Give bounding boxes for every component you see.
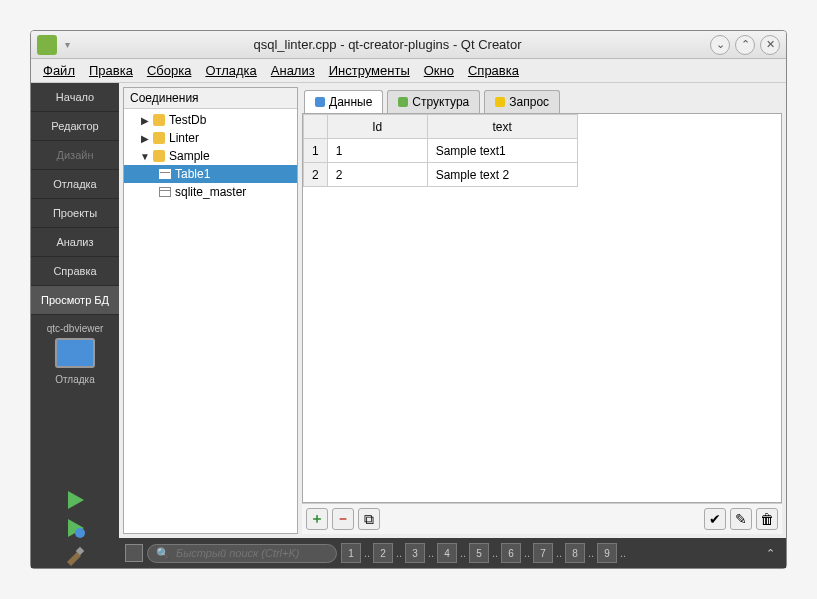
close-button[interactable]: ✕	[760, 35, 780, 55]
menu-debug[interactable]: Отладка	[199, 61, 262, 80]
pane-2[interactable]: 2	[373, 543, 393, 563]
table-row[interactable]: 1 1 Sample text1	[304, 139, 578, 163]
query-icon	[495, 97, 505, 107]
tree-table-table1[interactable]: Table1	[124, 165, 297, 183]
mode-analyze[interactable]: Анализ	[31, 228, 119, 257]
bottom-bar: 🔍 1.. 2.. 3.. 4.. 5.. 6.. 7.. 8.. 9.. ⌃	[119, 538, 786, 568]
add-row-button[interactable]: ＋	[306, 508, 328, 530]
tree-label: sqlite_master	[175, 185, 246, 199]
tree-db-testdb[interactable]: ▶ TestDb	[124, 111, 297, 129]
main-area: Соединения ▶ TestDb ▶ Linter	[119, 83, 786, 568]
mode-projects[interactable]: Проекты	[31, 199, 119, 228]
build-button[interactable]	[63, 544, 87, 568]
column-header-id[interactable]: Id	[327, 115, 427, 139]
qt-logo-icon	[37, 35, 57, 55]
kit-label: qtc-dbviewer	[47, 323, 104, 334]
menu-edit[interactable]: Правка	[83, 61, 139, 80]
toggle-sidebar-button[interactable]	[125, 544, 143, 562]
data-tabs: Данные Структура Запрос	[302, 87, 782, 113]
maximize-button[interactable]: ⌃	[735, 35, 755, 55]
pane-3[interactable]: 3	[405, 543, 425, 563]
cell-id[interactable]: 2	[327, 163, 427, 187]
mode-editor[interactable]: Редактор	[31, 112, 119, 141]
expand-icon[interactable]: ▶	[138, 133, 152, 144]
data-table: Id text 1 1 Sample text1 2 2	[303, 114, 578, 187]
data-toolbar: ＋ － ⧉ ✔ ✎ 🗑	[302, 503, 782, 534]
tree-label: Table1	[175, 167, 210, 181]
tab-structure[interactable]: Структура	[387, 90, 480, 113]
menu-file[interactable]: Файл	[37, 61, 81, 80]
mode-sidebar: Начало Редактор Дизайн Отладка Проекты А…	[31, 83, 119, 568]
mode-help[interactable]: Справка	[31, 257, 119, 286]
svg-marker-0	[68, 491, 84, 509]
titlebar: ▾ qsql_linter.cpp - qt-creator-plugins -…	[31, 31, 786, 59]
expand-output-button[interactable]: ⌃	[760, 543, 780, 563]
pane-7[interactable]: 7	[533, 543, 553, 563]
menu-help[interactable]: Справка	[462, 61, 525, 80]
output-pane-pager: 1.. 2.. 3.. 4.. 5.. 6.. 7.. 8.. 9..	[341, 543, 629, 563]
database-icon	[153, 132, 165, 144]
refresh-button[interactable]: 🗑	[756, 508, 778, 530]
window-title: qsql_linter.cpp - qt-creator-plugins - Q…	[70, 37, 705, 52]
run-debug-button[interactable]	[63, 516, 87, 540]
kit-section: qtc-dbviewer Отладка	[31, 321, 119, 385]
tree-label: Sample	[169, 149, 210, 163]
run-button[interactable]	[63, 488, 87, 512]
pane-5[interactable]: 5	[469, 543, 489, 563]
cell-text[interactable]: Sample text 2	[427, 163, 577, 187]
table-icon	[159, 169, 171, 179]
menu-tools[interactable]: Инструменты	[323, 61, 416, 80]
kit-debug-label: Отладка	[55, 374, 95, 385]
mode-dbview[interactable]: Просмотр БД	[31, 286, 119, 315]
menu-analyze[interactable]: Анализ	[265, 61, 321, 80]
pane-8[interactable]: 8	[565, 543, 585, 563]
table-corner	[304, 115, 328, 139]
tree-db-sample[interactable]: ▼ Sample	[124, 147, 297, 165]
revert-button[interactable]: ✎	[730, 508, 752, 530]
mode-welcome[interactable]: Начало	[31, 83, 119, 112]
mode-design: Дизайн	[31, 141, 119, 170]
pane-1[interactable]: 1	[341, 543, 361, 563]
tab-query[interactable]: Запрос	[484, 90, 560, 113]
copy-button[interactable]: ⧉	[358, 508, 380, 530]
data-icon	[315, 97, 325, 107]
structure-icon	[398, 97, 408, 107]
svg-point-2	[75, 528, 85, 538]
collapse-icon[interactable]: ▼	[138, 151, 152, 162]
monitor-icon[interactable]	[55, 338, 95, 368]
quick-search[interactable]: 🔍	[147, 544, 337, 563]
search-input[interactable]	[176, 547, 328, 559]
data-table-wrap[interactable]: Id text 1 1 Sample text1 2 2	[302, 113, 782, 503]
tab-data[interactable]: Данные	[304, 90, 383, 113]
cell-text[interactable]: Sample text1	[427, 139, 577, 163]
table-row[interactable]: 2 2 Sample text 2	[304, 163, 578, 187]
menu-build[interactable]: Сборка	[141, 61, 198, 80]
expand-icon[interactable]: ▶	[138, 115, 152, 126]
connections-header: Соединения	[124, 88, 297, 109]
tree-db-linter[interactable]: ▶ Linter	[124, 129, 297, 147]
cell-id[interactable]: 1	[327, 139, 427, 163]
database-icon	[153, 114, 165, 126]
column-header-text[interactable]: text	[427, 115, 577, 139]
delete-row-button[interactable]: －	[332, 508, 354, 530]
commit-button[interactable]: ✔	[704, 508, 726, 530]
body: Начало Редактор Дизайн Отладка Проекты А…	[31, 83, 786, 568]
database-icon	[153, 150, 165, 162]
tree-label: TestDb	[169, 113, 206, 127]
main-window: ▾ qsql_linter.cpp - qt-creator-plugins -…	[30, 30, 787, 569]
mode-debug[interactable]: Отладка	[31, 170, 119, 199]
data-pane: Данные Структура Запрос Id text	[302, 87, 782, 534]
minimize-button[interactable]: ⌄	[710, 35, 730, 55]
connections-tree: ▶ TestDb ▶ Linter ▼ Sample	[124, 109, 297, 533]
tree-label: Linter	[169, 131, 199, 145]
pane-4[interactable]: 4	[437, 543, 457, 563]
menu-window[interactable]: Окно	[418, 61, 460, 80]
tree-table-sqlitemaster[interactable]: sqlite_master	[124, 183, 297, 201]
row-number: 1	[304, 139, 328, 163]
row-number: 2	[304, 163, 328, 187]
pane-6[interactable]: 6	[501, 543, 521, 563]
pane-9[interactable]: 9	[597, 543, 617, 563]
table-icon	[159, 187, 171, 197]
search-icon: 🔍	[156, 547, 170, 560]
connections-pane: Соединения ▶ TestDb ▶ Linter	[123, 87, 298, 534]
